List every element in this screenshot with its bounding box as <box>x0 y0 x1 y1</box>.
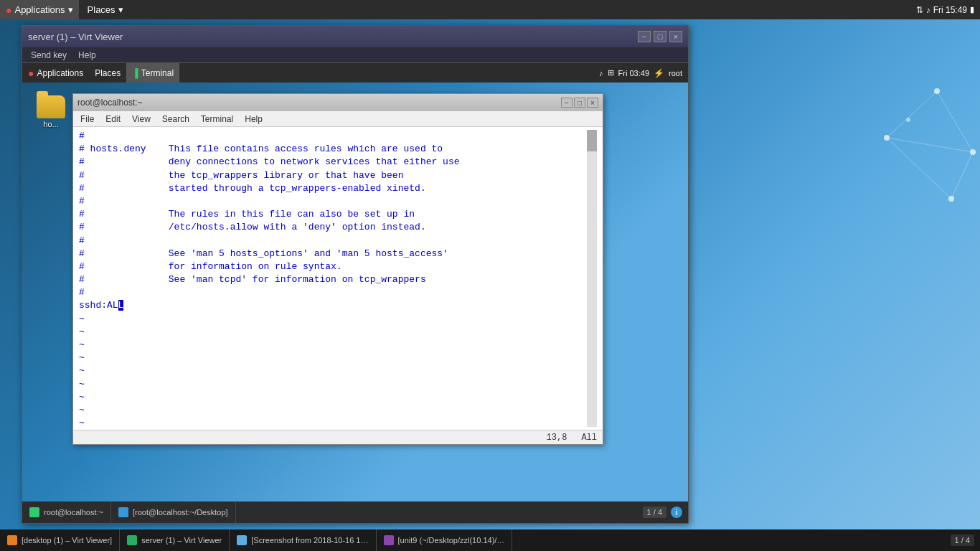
term-line-3: # deny connections to network services t… <box>79 156 597 169</box>
bottom-taskbar-right: 1 / 4 <box>951 534 980 546</box>
virt-help-menu[interactable]: Help <box>72 47 102 63</box>
term-close-btn[interactable]: × <box>587 98 598 108</box>
folder-icon <box>37 95 65 118</box>
inner-task-terminal-label: root@localhost:~ <box>44 508 103 517</box>
inner-terminal-icon <box>29 507 39 517</box>
term-view-menu[interactable]: View <box>128 111 155 127</box>
bottom-task-server-virt[interactable]: server (1) – Virt Viewer <box>120 529 230 551</box>
term-statusbar: 13,8 All <box>73 430 603 444</box>
term-file-menu[interactable]: File <box>76 111 98 127</box>
virt-controls: − □ × <box>638 31 682 42</box>
term-controls: − □ × <box>561 98 598 108</box>
bottom-desktop-virt-label: [desktop (1) – Virt Viewer] <box>22 536 112 545</box>
svg-line-9 <box>887 138 951 199</box>
virt-sendkey-menu[interactable]: Send key <box>25 47 72 63</box>
inner-taskbar: root@localhost:~ [root@localhost:~/Deskt… <box>22 501 688 523</box>
inner-applications-menu[interactable]: ● Applications <box>22 63 89 83</box>
term-line-4: # the tcp_wrappers library or that have … <box>79 169 597 182</box>
inner-volume-icon[interactable]: ♪ <box>599 69 603 77</box>
inner-info-btn[interactable]: i <box>671 507 682 518</box>
svg-point-3 <box>948 196 954 202</box>
places-menu[interactable]: Places ▾ <box>82 0 129 19</box>
term-menubar: File Edit View Search Terminal Help <box>73 111 603 127</box>
term-scrollbar-thumb[interactable] <box>587 130 597 151</box>
terminal-window: root@localhost:~ − □ × File Edit View Se… <box>72 93 603 445</box>
folder-label: ho... <box>43 120 58 128</box>
term-restore-btn[interactable]: □ <box>574 98 585 108</box>
svg-point-0 <box>934 88 940 94</box>
svg-point-4 <box>906 118 910 122</box>
term-edit-menu[interactable]: Edit <box>101 111 125 127</box>
virt-titlebar: server (1) – Virt Viewer − □ × <box>22 26 688 47</box>
term-terminal-menu[interactable]: Terminal <box>197 111 237 127</box>
bottom-desktop-virt-icon <box>7 535 17 545</box>
applications-menu[interactable]: ● Applications ▾ <box>0 0 79 19</box>
inner-page-indicator: 1 / 4 <box>643 507 666 518</box>
term-position: 13,8 <box>547 433 567 443</box>
term-tilde-5: ~ <box>79 364 597 377</box>
inner-filemanager-icon <box>118 507 128 517</box>
volume-icon[interactable]: ♪ <box>926 5 930 15</box>
virt-close-btn[interactable]: × <box>669 31 682 42</box>
bottom-task-screenshot[interactable]: [Screenshot from 2018-10-16 1… <box>230 529 376 551</box>
term-line-1: # <box>79 130 597 143</box>
term-scroll-status: All <box>581 433 597 443</box>
inner-clock: Fri 03:49 <box>618 69 649 77</box>
term-line-5: # started through a tcp_wrappers-enabled… <box>79 182 597 195</box>
network-icon: ⇅ <box>916 5 923 15</box>
bottom-server-virt-label: server (1) – Virt Viewer <box>141 536 222 545</box>
topbar-right: ⇅ ♪ Fri 15:49 ▮ <box>916 5 980 15</box>
term-help-menu[interactable]: Help <box>240 111 267 127</box>
svg-point-1 <box>884 135 890 141</box>
inner-task-filemanager[interactable]: [root@localhost:~/Desktop] <box>111 501 236 523</box>
bottom-unit9-label: [unit9 (~/Desktop/zzl(10.14)/… <box>398 536 505 545</box>
term-minimize-btn[interactable]: − <box>561 98 573 108</box>
desktop-folder[interactable]: ho... <box>29 95 72 128</box>
virt-minimize-btn[interactable]: − <box>638 31 651 42</box>
term-tilde-1: ~ <box>79 313 597 326</box>
svg-line-5 <box>887 91 937 138</box>
svg-point-2 <box>970 149 976 155</box>
term-line-14: sshd:ALL <box>79 299 597 312</box>
inner-desktop: ● Applications Places ▐ Terminal ♪ ⊞ Fri… <box>22 63 688 523</box>
inner-task-terminal[interactable]: root@localhost:~ <box>22 501 111 523</box>
inner-topbar-left: ● Applications Places ▐ Terminal <box>22 63 179 83</box>
term-title: root@localhost:~ <box>77 98 143 108</box>
desktop: ● Applications ▾ Places ▾ ⇅ ♪ Fri 15:49 … <box>0 0 980 551</box>
inner-fedora-icon: ● <box>28 67 34 79</box>
svg-line-6 <box>887 138 973 152</box>
inner-root-icon: ⚡ <box>654 68 664 78</box>
topbar-left: ● Applications ▾ Places ▾ <box>0 0 129 19</box>
term-line-12: # See 'man tcpd' for information on tcp_… <box>79 273 597 286</box>
term-tilde-7: ~ <box>79 391 597 404</box>
term-tilde-8: ~ <box>79 404 597 417</box>
bottom-screenshot-icon <box>237 535 247 545</box>
places-label: Places <box>88 4 116 15</box>
bottom-task-desktop-virt[interactable]: [desktop (1) – Virt Viewer] <box>0 529 120 551</box>
inner-root-label: root <box>669 69 682 77</box>
svg-line-8 <box>937 91 973 152</box>
term-scrollbar[interactable] <box>587 130 597 427</box>
inner-taskbar-items: root@localhost:~ [root@localhost:~/Deskt… <box>22 501 236 523</box>
inner-display-icon[interactable]: ⊞ <box>608 68 614 77</box>
virt-restore-btn[interactable]: □ <box>654 31 666 42</box>
bottom-taskbar: [desktop (1) – Virt Viewer] server (1) –… <box>0 529 980 551</box>
term-tilde-6: ~ <box>79 378 597 391</box>
virt-menubar: Send key Help <box>22 47 688 63</box>
term-tilde-3: ~ <box>79 339 597 352</box>
inner-places-menu[interactable]: Places <box>89 63 126 83</box>
bottom-server-virt-icon <box>127 535 137 545</box>
terminal-tab-icon: ▐ <box>132 68 138 78</box>
term-search-menu[interactable]: Search <box>158 111 194 127</box>
term-tilde-4: ~ <box>79 352 597 364</box>
term-line-11: # for information on rule syntax. <box>79 260 597 273</box>
term-tilde-9: ~ <box>79 417 597 430</box>
inner-topbar: ● Applications Places ▐ Terminal ♪ ⊞ Fri… <box>22 63 688 83</box>
inner-task-filemanager-label: [root@localhost:~/Desktop] <box>133 508 228 517</box>
bottom-unit9-icon <box>384 535 394 545</box>
bottom-task-unit9[interactable]: [unit9 (~/Desktop/zzl(10.14)/… <box>377 529 513 551</box>
inner-terminal-tab[interactable]: ▐ Terminal <box>126 63 179 83</box>
term-line-7: # The rules in this file can also be set… <box>79 208 597 221</box>
term-content[interactable]: # # hosts.deny This file contains access… <box>73 127 603 430</box>
term-line-10: # See 'man 5 hosts_options' and 'man 5 h… <box>79 248 597 260</box>
